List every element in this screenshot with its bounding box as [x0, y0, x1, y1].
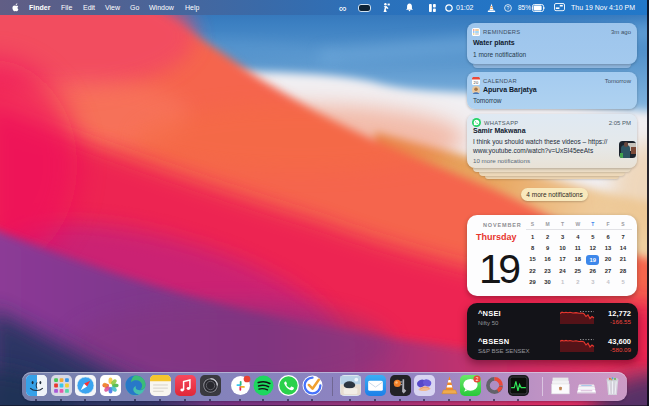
svg-text:?: ?	[507, 5, 510, 11]
svg-text:2: 2	[476, 376, 479, 381]
svg-text:20: 20	[473, 79, 479, 84]
